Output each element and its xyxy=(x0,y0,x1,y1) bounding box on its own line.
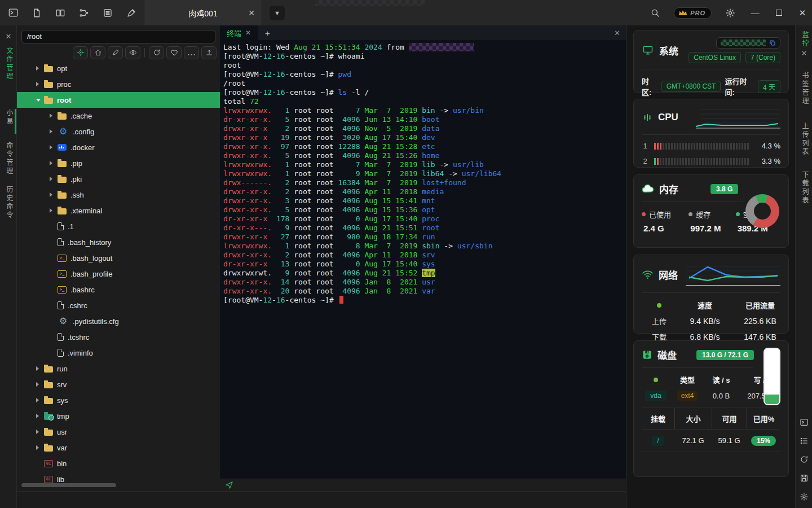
chevron-right-icon[interactable] xyxy=(36,66,44,71)
terminal-small-icon[interactable] xyxy=(800,418,809,427)
sidebar-tab-file-manager[interactable]: 文件管理 xyxy=(5,47,14,81)
terminal-tab-close-icon[interactable]: ✕ xyxy=(245,29,251,37)
task-list-icon[interactable] xyxy=(800,436,809,445)
tree-item-.ssh[interactable]: .ssh xyxy=(17,187,220,203)
terminal-output[interactable]: Last login: Wed Aug 21 15:51:34 2024 fro… xyxy=(220,40,626,479)
hidden-files-eye-button[interactable] xyxy=(125,46,140,59)
sidebar-tab-monitor[interactable]: 监控 xyxy=(800,31,810,48)
locate-button[interactable] xyxy=(73,46,88,59)
tree-item-.cshrc[interactable]: .cshrc xyxy=(17,297,220,313)
edit-button[interactable] xyxy=(108,46,123,59)
refresh-button[interactable] xyxy=(149,46,164,59)
sidebar-tab-command-manager[interactable]: 命令管理 xyxy=(5,142,14,176)
tree-item-sys[interactable]: sys xyxy=(17,392,220,408)
tree-item-.config[interactable]: ⚙.config xyxy=(17,124,220,139)
chevron-right-icon[interactable] xyxy=(50,208,58,213)
sidebar-tab-history-command[interactable]: 历史命令 xyxy=(5,186,14,220)
os-version-badge: 7 (Core) xyxy=(745,52,780,63)
pro-badge[interactable]: PRO xyxy=(674,7,712,19)
tree-item-.tcshrc[interactable]: .tcshrc xyxy=(17,329,220,345)
favorite-heart-button[interactable] xyxy=(166,46,182,59)
file-icon xyxy=(58,238,64,246)
tree-item-.cache[interactable]: .cache xyxy=(17,108,220,124)
terminal-tab[interactable]: 终端 ✕ xyxy=(220,25,258,40)
tree-item-.docker[interactable]: .docker xyxy=(17,139,220,155)
chevron-right-icon[interactable] xyxy=(36,414,44,418)
split-view-icon[interactable] xyxy=(53,6,68,20)
tree-item-usr[interactable]: usr xyxy=(17,424,220,440)
new-session-chevron-button[interactable]: ▼ xyxy=(270,6,285,20)
memory-donut-chart xyxy=(745,194,779,228)
chevron-down-icon[interactable] xyxy=(36,99,44,102)
copy-icon[interactable] xyxy=(769,40,776,46)
search-icon[interactable] xyxy=(648,6,663,20)
new-file-icon[interactable] xyxy=(29,6,44,20)
path-input[interactable]: /root xyxy=(21,30,215,43)
tree-item-root[interactable]: root xyxy=(17,92,220,108)
tree-item-.bash_history[interactable]: .bash_history xyxy=(17,234,220,250)
mount-row: / 72.1 G 59.1 G 15% xyxy=(642,430,780,452)
upload-button[interactable] xyxy=(201,46,217,59)
sidebar-tab-upload-list[interactable]: 上传列表 xyxy=(800,122,810,156)
chevron-right-icon[interactable] xyxy=(36,445,44,450)
tree-item-.viminfo[interactable]: .viminfo xyxy=(17,345,220,361)
chevron-right-icon[interactable] xyxy=(50,113,58,118)
session-tab-close-icon[interactable]: ✕ xyxy=(248,8,255,17)
tree-item-.pip[interactable]: .pip xyxy=(17,155,220,171)
close-button[interactable]: ✕ xyxy=(796,8,809,18)
tree-item-.pki[interactable]: .pki xyxy=(17,171,220,187)
terminal-line: drwxr-xr-x. 97 root root 12288 Aug 21 15… xyxy=(223,142,626,151)
tree-item-lib[interactable]: 01lib xyxy=(17,471,220,483)
server-list-icon[interactable] xyxy=(100,6,115,20)
chevron-right-icon[interactable] xyxy=(36,366,44,371)
cpu-icon xyxy=(642,112,653,122)
sidebar-tab-xiaoyi[interactable]: 小易 xyxy=(5,109,14,126)
tree-item-.1[interactable]: .1 xyxy=(17,218,220,234)
chevron-right-icon[interactable] xyxy=(36,82,44,86)
left-panel-close-icon[interactable]: ✕ xyxy=(0,32,17,41)
session-tab[interactable]: 肉鸡001 ✕ xyxy=(144,0,262,25)
tree-item-.bashrc[interactable]: >_.bashrc xyxy=(17,282,220,297)
maximize-button[interactable] xyxy=(773,8,785,17)
tree-item-var[interactable]: var xyxy=(17,440,220,456)
save-icon[interactable] xyxy=(800,474,809,483)
settings-gear-icon[interactable] xyxy=(723,6,738,20)
tools-pen-icon[interactable] xyxy=(124,6,139,20)
chevron-right-icon[interactable] xyxy=(50,145,58,150)
tree-item-.bash_logout[interactable]: >_.bash_logout xyxy=(17,250,220,266)
tree-item-run[interactable]: run xyxy=(17,361,220,376)
more-actions-button[interactable]: … xyxy=(184,46,199,59)
tree-horizontal-scrollbar[interactable] xyxy=(21,483,116,487)
tree-item-srv[interactable]: srv xyxy=(17,376,220,392)
sidebar-tab-bookmark-manager[interactable]: 书签管理 xyxy=(800,72,810,106)
chevron-right-icon[interactable] xyxy=(36,382,44,387)
chevron-right-icon[interactable] xyxy=(50,129,58,134)
add-terminal-tab-icon[interactable]: + xyxy=(265,28,270,38)
binary-icon: 01 xyxy=(44,476,53,483)
settings-small-gear-icon[interactable] xyxy=(800,492,809,501)
terminal-panel-close-icon[interactable]: ✕ xyxy=(614,29,620,37)
mount-avail: 59.1 G xyxy=(718,430,740,452)
tree-item-proc[interactable]: proc xyxy=(17,76,220,92)
tree-item-tmp[interactable]: tmp xyxy=(17,408,220,424)
chevron-right-icon[interactable] xyxy=(36,398,44,402)
tree-item-bin[interactable]: 01bin xyxy=(17,456,220,471)
home-button[interactable] xyxy=(90,46,105,59)
refresh-small-icon[interactable] xyxy=(800,455,809,464)
sidebar-tab-download-list[interactable]: 下载列表 xyxy=(800,171,810,205)
disk-card: 磁盘 13.0 G / 72.1 G 类型 读 / s 写 / s vda ex… xyxy=(633,340,789,477)
chevron-right-icon[interactable] xyxy=(50,161,58,165)
minimize-button[interactable]: — xyxy=(749,8,761,17)
chevron-right-icon[interactable] xyxy=(36,430,44,434)
server-ip-pill[interactable] xyxy=(716,37,780,49)
monitor-panel-close-icon[interactable]: ✕ xyxy=(796,49,812,58)
send-plane-icon[interactable] xyxy=(225,481,233,489)
branch-icon[interactable] xyxy=(77,6,91,20)
tree-item-opt[interactable]: opt xyxy=(17,60,220,76)
terminal-window-icon[interactable] xyxy=(6,6,20,20)
chevron-right-icon[interactable] xyxy=(50,177,58,181)
tree-item-.pydistutils.cfg[interactable]: ⚙.pydistutils.cfg xyxy=(17,313,220,329)
tree-item-.xterminal[interactable]: .xterminal xyxy=(17,203,220,218)
chevron-right-icon[interactable] xyxy=(50,192,58,197)
tree-item-.bash_profile[interactable]: >_.bash_profile xyxy=(17,266,220,282)
